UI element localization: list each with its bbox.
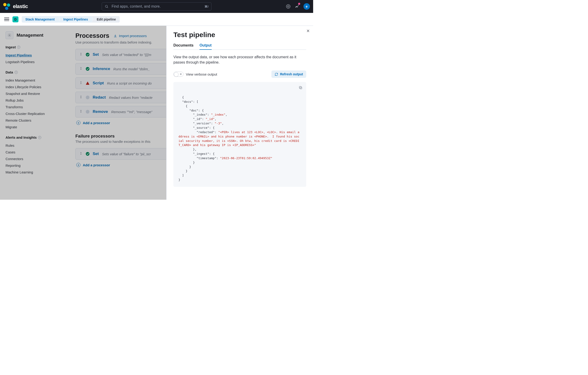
status-idle-icon <box>86 96 89 99</box>
breadcrumb-item: Edit pipeline <box>92 16 119 23</box>
sidebar-group-heading: Ingest <box>6 45 63 49</box>
sidebar-item[interactable]: Cross-Cluster Replication <box>6 110 63 117</box>
processor-name[interactable]: Remove <box>93 109 108 114</box>
user-avatar[interactable]: e <box>304 3 310 10</box>
sidebar-item[interactable]: Index Management <box>6 77 63 84</box>
sidebar-item[interactable]: Logstash Pipelines <box>6 59 63 65</box>
svg-line-1 <box>107 7 108 8</box>
flyout-title: Test pipeline <box>173 31 306 39</box>
gear-icon <box>6 31 13 39</box>
status-idle-icon <box>86 110 89 113</box>
status-ok-icon <box>86 152 89 156</box>
breadcrumb-item[interactable]: Ingest Pipelines <box>58 16 92 23</box>
logo-mark-icon <box>3 3 10 10</box>
plus-icon: + <box>76 121 81 125</box>
tab-documents[interactable]: Documents <box>173 41 193 50</box>
tab-output[interactable]: Output <box>200 41 211 50</box>
section-title: Processors <box>75 32 109 39</box>
search-placeholder: Find apps, content, and more. <box>112 4 201 9</box>
sidebar-item[interactable]: Snapshot and Restore <box>6 90 63 97</box>
breadcrumb: Stack ManagementIngest PipelinesEdit pip… <box>22 16 120 23</box>
processor-description: Runs the model "dslim_ <box>114 67 150 71</box>
download-icon <box>114 34 117 38</box>
processor-description: Removes ""ml", "message" <box>111 110 152 114</box>
global-search[interactable]: Find apps, content, and more. ⌘/ <box>102 2 211 10</box>
processor-name[interactable]: Inference <box>93 67 110 71</box>
brand-logo[interactable]: elastic <box>3 3 28 10</box>
menu-toggle-button[interactable] <box>4 17 9 22</box>
refresh-icon <box>275 72 278 76</box>
processor-description: Sets value of "redacted" to "{{{m <box>102 53 151 57</box>
verbose-output-toggle[interactable]: ✕ <box>173 72 184 77</box>
drag-handle-icon[interactable] <box>79 95 83 100</box>
copy-output-button[interactable] <box>299 86 303 91</box>
sidebar-item[interactable]: Machine Learning <box>6 169 63 175</box>
svg-rect-8 <box>299 86 301 89</box>
drag-handle-icon[interactable] <box>79 67 83 71</box>
test-pipeline-flyout: Test pipeline DocumentsOutput View the o… <box>166 26 313 200</box>
sidebar-group-heading: Alerts and Insights <box>6 135 63 139</box>
search-shortcut: ⌘/ <box>205 5 209 8</box>
svg-point-0 <box>105 5 107 7</box>
sidebar-item[interactable]: Rules <box>6 142 63 149</box>
close-flyout-button[interactable] <box>306 29 310 34</box>
processor-name[interactable]: Set <box>93 52 99 57</box>
sidebar-item[interactable]: Index Lifecycle Policies <box>6 84 63 90</box>
sidebar-item[interactable]: Remote Clusters <box>6 117 63 124</box>
import-processors-button[interactable]: Import processors <box>114 34 147 38</box>
flyout-tabs: DocumentsOutput <box>173 41 306 50</box>
sidebar-item[interactable]: Reporting <box>6 162 63 169</box>
help-icon[interactable] <box>286 4 291 9</box>
drag-handle-icon[interactable] <box>79 81 83 85</box>
help-icon[interactable] <box>38 136 41 139</box>
processor-description: Runs a script on incoming do <box>107 81 151 85</box>
sidebar-item[interactable]: Connectors <box>6 155 63 162</box>
help-icon[interactable] <box>17 46 20 49</box>
processor-description: Sets value of "failure" to "pii_scr <box>102 152 151 156</box>
svg-point-2 <box>286 5 290 9</box>
plus-icon: + <box>76 163 81 167</box>
sidebar-item[interactable]: Transforms <box>6 104 63 110</box>
management-sidebar: Management IngestIngest PipelinesLogstas… <box>0 26 68 200</box>
refresh-output-button[interactable]: Refresh output <box>271 71 306 78</box>
drag-handle-icon[interactable] <box>79 52 83 57</box>
verbose-toggle-label: View verbose output <box>186 72 217 76</box>
notification-dot-icon <box>298 3 300 5</box>
processor-description: Redact values from "redacte <box>109 96 153 100</box>
svg-rect-7 <box>300 87 302 89</box>
status-ok-icon <box>86 67 89 71</box>
secondary-header: D Stack ManagementIngest PipelinesEdit p… <box>0 13 313 26</box>
sidebar-group-heading: Data <box>6 70 63 74</box>
sidebar-item[interactable]: Rollup Jobs <box>6 97 63 104</box>
drag-handle-icon[interactable] <box>79 152 83 156</box>
sidebar-item[interactable]: Ingest Pipelines <box>6 52 63 59</box>
brand-text: elastic <box>13 3 28 10</box>
flyout-description: View the output data, or see how each pr… <box>173 54 306 65</box>
help-icon[interactable] <box>14 71 18 74</box>
status-warn-icon <box>86 81 89 85</box>
space-selector[interactable]: D <box>12 16 19 22</box>
sidebar-item[interactable]: Cases <box>6 149 63 155</box>
close-icon: ✕ <box>180 72 182 76</box>
news-icon[interactable] <box>295 4 299 9</box>
drag-handle-icon[interactable] <box>79 110 83 114</box>
svg-point-3 <box>288 6 289 7</box>
sidebar-title: Management <box>17 33 43 38</box>
output-code-panel: { "docs": [ { "doc": { "_index": "_index… <box>173 82 306 187</box>
search-icon <box>105 5 108 8</box>
breadcrumb-item[interactable]: Stack Management <box>22 16 58 23</box>
processor-name[interactable]: Redact <box>93 95 106 100</box>
status-ok-icon <box>86 53 89 56</box>
svg-point-4 <box>9 35 10 36</box>
sidebar-item[interactable]: Migrate <box>6 124 63 130</box>
processor-name[interactable]: Set <box>93 152 99 156</box>
processor-name[interactable]: Script <box>93 81 104 85</box>
global-header: elastic Find apps, content, and more. ⌘/… <box>0 0 313 13</box>
